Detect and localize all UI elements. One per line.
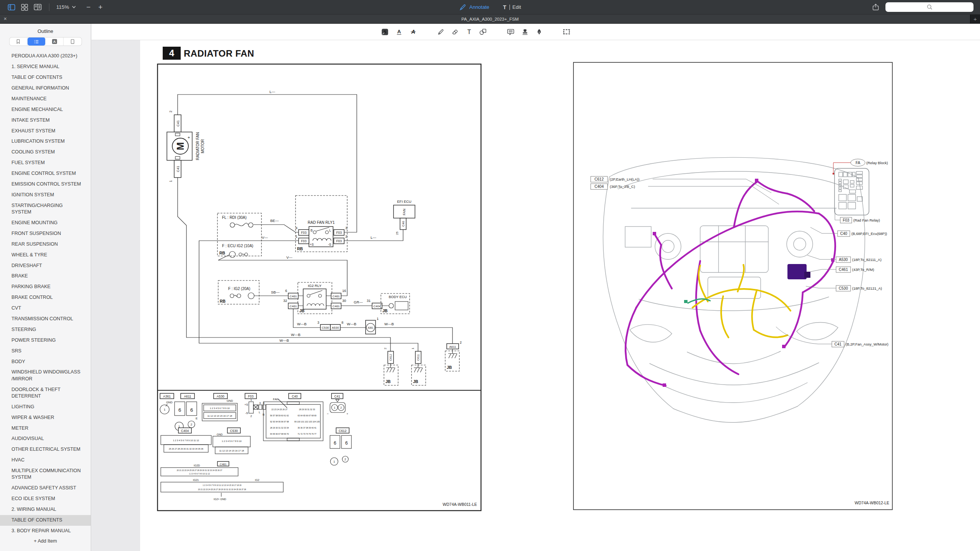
sidebar-item[interactable]: TABLE OF CONTENTS	[0, 72, 91, 83]
svg-text:(43P,To_R/M): (43P,To_R/M)	[852, 267, 874, 272]
sidebar-item[interactable]: HVAC	[0, 455, 91, 466]
sidebar-item[interactable]: INTAKE SYSTEM	[0, 115, 91, 126]
sidebar-item[interactable]: LIGHTING	[0, 402, 91, 412]
text-box-button[interactable]: T	[464, 27, 474, 36]
sidebar-item[interactable]: OTHER ELECTRICAL SYSTEM	[0, 444, 91, 455]
plus-icon: +	[34, 538, 36, 544]
title-bar: 115% − + Annotate T Edit	[0, 0, 980, 14]
selection-button[interactable]	[562, 27, 571, 36]
sidebar-item[interactable]: MAINTENANCE	[0, 94, 91, 104]
share-button[interactable]	[871, 3, 880, 12]
sidebar-item[interactable]: FUEL SYSTEM	[0, 158, 91, 168]
stamp-button[interactable]	[520, 27, 529, 36]
eraser-button[interactable]	[450, 27, 459, 36]
sidebar-item[interactable]: 3. BODY REPAIR MANUAL	[0, 526, 91, 536]
sidebar-item[interactable]: LUBRICATION SYSTEM	[0, 136, 91, 147]
sidebar-item[interactable]: REAR SUSPENSION	[0, 239, 91, 249]
sidebar-item[interactable]: BODY	[0, 356, 91, 367]
annotation-toolbar: A A A T	[91, 24, 980, 40]
svg-text:1 2 3 4 5 6 7 8 9 10: 1 2 3 4 5 6 7 8 9 10	[222, 440, 242, 442]
svg-text:FA: FA	[856, 161, 861, 165]
thumbnail-grid-button[interactable]	[20, 3, 29, 12]
zoom-control[interactable]: 115%	[56, 4, 76, 10]
sidebar-item[interactable]: CVT	[0, 303, 91, 314]
highlight-text-button[interactable]: A	[380, 27, 389, 36]
sidebar-item[interactable]: COOLING SYSTEM	[0, 147, 91, 158]
strikethrough-text-button[interactable]: A	[408, 27, 418, 36]
note-comment-button[interactable]	[506, 27, 515, 36]
sidebar-item[interactable]: BRAKE CONTROL	[0, 292, 91, 303]
zoom-level: 115%	[56, 4, 69, 10]
sidebar-item[interactable]: PERODUA AXIA A300 (2023+)	[0, 51, 91, 62]
strikethrough-a-icon: A	[409, 28, 417, 36]
svg-text:1: 1	[334, 406, 335, 409]
section-number-badge: 4	[163, 47, 181, 60]
sidebar-item[interactable]: WIPER & WASHER	[0, 412, 91, 423]
svg-text:1: 1	[333, 460, 335, 463]
tab-close-button[interactable]: ✕	[0, 16, 10, 21]
annotate-label: Annotate	[469, 4, 489, 10]
sidebar-item[interactable]: WINDSHIELD WINDOWGLASS /MIRROR	[0, 367, 91, 384]
sidebar-item[interactable]: TABLE OF CONTENTS	[0, 515, 91, 526]
sidebar-item[interactable]: POWER STEERING	[0, 335, 91, 346]
underline-text-button[interactable]: A	[394, 27, 403, 36]
sidebar-toggle-button[interactable]	[7, 3, 16, 12]
sidebar-item[interactable]: EMISSION CONTROL SYSTEM	[0, 179, 91, 190]
sidebar-item[interactable]: ENGINE MECHANICAL	[0, 104, 91, 115]
edit-mode-button[interactable]: T Edit	[503, 4, 521, 10]
tab-pages[interactable]	[64, 37, 81, 46]
sidebar-item[interactable]: MULTIPLEX COMMUNICATION SYSTEM	[0, 466, 91, 483]
sidebar-item[interactable]: DOORLOCK & THEFT DETERRENT	[0, 384, 91, 401]
svg-text:30: 30	[342, 299, 346, 303]
sidebar-item[interactable]: SRS	[0, 346, 91, 356]
svg-text:25 26 27 28 29 30 31 32 33 34: 25 26 27 28 29 30 31 32 33 34 35 36	[169, 448, 203, 450]
sidebar-item[interactable]: STARTING/CHARGING SYSTEM	[0, 200, 91, 217]
add-item-button[interactable]: + Add Item	[0, 536, 91, 546]
svg-text:GR—: GR—	[354, 300, 363, 304]
tab-annotations[interactable]: A	[46, 37, 64, 46]
annotate-mode-button[interactable]: Annotate	[459, 3, 489, 11]
sidebar-item[interactable]: EXHAUST SYSTEM	[0, 126, 91, 136]
sidebar-item[interactable]: TRANSMISSION CONTROL	[0, 314, 91, 324]
new-tab-button[interactable]: +	[970, 15, 980, 23]
svg-text:3: 3	[345, 226, 347, 230]
svg-text:F03: F03	[336, 231, 342, 235]
sidebar-item[interactable]: WHEEL & TYRE	[0, 249, 91, 260]
svg-text:(18P,To_82121_A): (18P,To_82121_A)	[852, 286, 882, 290]
page-title: RADIATOR FAN	[184, 48, 254, 59]
sidebar-item[interactable]: GENERAL INFORMATION	[0, 83, 91, 94]
sidebar-item[interactable]: 2. WIRING MANUAL	[0, 504, 91, 515]
sidebar-item[interactable]: FRONT SUSPENSION	[0, 228, 91, 239]
sidebar-item[interactable]: 1. SERVICE MANUAL	[0, 62, 91, 72]
search-input[interactable]	[885, 2, 973, 12]
sidebar-item[interactable]: METER	[0, 423, 91, 434]
sidebar-item[interactable]: DRIVESHAFT	[0, 260, 91, 271]
tab-bookmarks[interactable]	[10, 37, 28, 46]
two-page-view-button[interactable]	[33, 3, 42, 12]
tab-title[interactable]: PA_AXIA_A300_2023+_FSM	[461, 17, 519, 21]
signature-button[interactable]	[534, 27, 544, 36]
sidebar-item[interactable]: PARKING BRAKE	[0, 282, 91, 292]
svg-text:A530: A530	[332, 326, 339, 329]
zoom-in-button[interactable]: +	[98, 3, 103, 11]
shapes-button[interactable]	[479, 27, 488, 36]
sidebar-item[interactable]: IGNITION SYSTEM	[0, 190, 91, 201]
sidebar-item[interactable]: BRAKE	[0, 271, 91, 282]
outline-sidebar: Outline A PERODUA AXIA A300 (2023+) 1. S…	[0, 24, 91, 551]
svg-text:F : ECU IG2 (10A): F : ECU IG2 (10A)	[222, 244, 253, 248]
svg-text:F03: F03	[301, 231, 307, 235]
sidebar-item[interactable]: ECO IDLE SYSTEM	[0, 494, 91, 504]
svg-text:C612: C612	[389, 354, 392, 361]
zoom-out-button[interactable]: −	[87, 3, 91, 11]
draw-pencil-button[interactable]	[436, 27, 445, 36]
tab-outline[interactable]	[28, 37, 46, 46]
sidebar-item[interactable]: ENGINE CONTROL SYSTEM	[0, 168, 91, 179]
sidebar-item[interactable]: AUDIOVISUAL	[0, 434, 91, 444]
sidebar-item[interactable]: STEERING	[0, 324, 91, 335]
sidebar-item[interactable]: ADVANCED SAFETY ASSIST	[0, 483, 91, 494]
svg-text:B: B	[310, 228, 313, 232]
svg-text:V—: V—	[262, 235, 268, 240]
eraser-icon	[451, 28, 459, 36]
sidebar-item[interactable]: ENGINE MOUNTING	[0, 218, 91, 228]
svg-text:6: 6	[285, 289, 287, 293]
